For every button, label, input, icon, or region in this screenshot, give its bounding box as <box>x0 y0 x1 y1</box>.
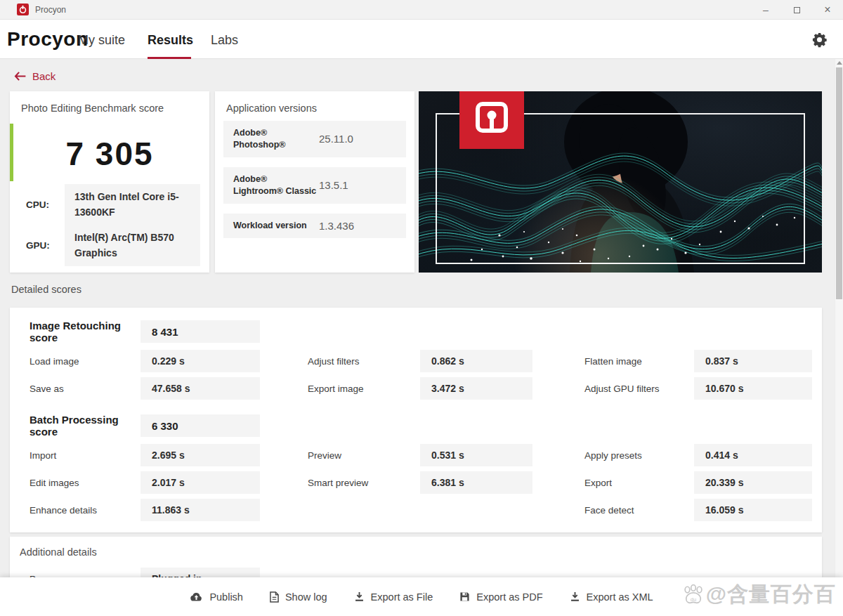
score-row-batch-processing: Batch Processing score 6 330 <box>20 414 813 438</box>
export-xml-button[interactable]: Export as XML <box>570 591 653 603</box>
detailed-scores-heading: Detailed scores <box>11 284 81 295</box>
subscore-value: 8 431 <box>140 320 260 343</box>
publish-button[interactable]: Publish <box>190 591 243 603</box>
metric-label: Enhance details <box>20 505 140 516</box>
metric-label: Load image <box>20 356 140 367</box>
metric-label: Adjust filters <box>298 356 420 367</box>
gpu-value: Intel(R) Arc(TM) B570 Graphics <box>65 225 200 266</box>
download-icon <box>354 591 365 602</box>
version-value: 13.5.1 <box>319 179 348 191</box>
export-pdf-label: Export as PDF <box>476 591 542 603</box>
version-value: 1.3.436 <box>319 220 354 232</box>
metric-value: 2.017 s <box>140 471 260 494</box>
metric-label: Preview <box>298 450 420 461</box>
metric-label: Apply presets <box>575 450 694 461</box>
metric-label: Smart preview <box>298 478 420 488</box>
scrollbar-thumb[interactable] <box>836 67 842 299</box>
metric-label: Export <box>575 478 694 488</box>
version-label: Adobe® Lightroom® Classic <box>233 173 319 197</box>
show-log-button[interactable]: Show log <box>270 591 327 603</box>
procyon-app-window: Procyon – × Procyon My suite Results Lab… <box>0 0 843 616</box>
brand-wordmark: Procyon <box>7 28 89 51</box>
metric-value: 0.229 s <box>140 350 260 372</box>
tab-labs[interactable]: Labs <box>211 33 238 48</box>
additional-details-heading: Additional details <box>20 546 813 558</box>
cpu-label: CPU: <box>10 199 65 210</box>
footer-action-bar: Publish Show log Export as File Export a… <box>0 577 843 616</box>
metric-value: 0.837 s <box>694 350 812 372</box>
metric-value: 6.381 s <box>420 471 532 494</box>
version-value: 25.11.0 <box>319 133 353 145</box>
subscore-label: Batch Processing score <box>20 414 140 438</box>
download-icon <box>570 591 580 602</box>
procyon-hero-logo-icon <box>459 91 524 149</box>
gpu-label: GPU: <box>10 240 65 251</box>
back-arrow-icon <box>14 72 26 81</box>
version-label: Adobe® Photoshop® <box>233 127 319 151</box>
score-row-image-retouching: Image Retouching score 8 431 <box>20 320 813 343</box>
metric-row: Edit images 2.017 s Smart preview 6.381 … <box>20 471 813 494</box>
tab-results[interactable]: Results <box>148 33 193 48</box>
detailed-scores-card: Image Retouching score 8 431 Load image … <box>10 308 822 532</box>
versions-card-title: Application versions <box>226 103 317 114</box>
metric-label: Save as <box>20 384 140 394</box>
metric-value: 3.472 s <box>420 377 532 400</box>
metric-row: Save as 47.658 s Export image 3.472 s Ad… <box>20 377 813 400</box>
metric-value: 0.414 s <box>694 444 812 466</box>
document-icon <box>270 591 279 603</box>
score-card-title: Photo Editing Benchmark score <box>21 103 164 114</box>
benchmark-score-value: 7 305 <box>10 135 209 173</box>
export-pdf-button[interactable]: Export as PDF <box>459 591 542 603</box>
version-row-workload: Workload version 1.3.436 <box>223 214 406 238</box>
metric-row: Import 2.695 s Preview 0.531 s Apply pre… <box>20 444 813 466</box>
publish-label: Publish <box>209 591 243 603</box>
metric-label: Flatten image <box>575 356 694 367</box>
metric-value: 20.339 s <box>694 471 812 494</box>
metric-row: Load image 0.229 s Adjust filters 0.862 … <box>20 350 813 372</box>
metric-label: Face detect <box>575 505 694 516</box>
metric-row: Enhance details 11.863 s Face detect 16.… <box>20 499 813 521</box>
window-title: Procyon <box>35 5 66 15</box>
export-file-label: Export as File <box>371 591 433 603</box>
metric-value: 11.863 s <box>140 499 260 521</box>
cpu-value: 13th Gen Intel Core i5-13600KF <box>65 184 200 225</box>
metric-value: 47.658 s <box>140 377 260 400</box>
cloud-upload-icon <box>190 591 203 602</box>
metric-value: 0.531 s <box>420 444 532 466</box>
title-bar: Procyon – × <box>0 0 843 20</box>
close-button[interactable]: × <box>812 0 843 20</box>
export-xml-label: Export as XML <box>587 591 653 603</box>
metric-value: 10.670 s <box>694 377 812 400</box>
maximize-icon <box>794 7 800 13</box>
metric-label: Export image <box>298 384 420 394</box>
export-file-button[interactable]: Export as File <box>354 591 433 603</box>
version-row-photoshop: Adobe® Photoshop® 25.11.0 <box>223 121 406 157</box>
scroll-up-arrow-icon[interactable] <box>837 61 842 65</box>
version-row-lightroom: Adobe® Lightroom® Classic 13.5.1 <box>223 167 406 204</box>
benchmark-hero-image <box>419 91 822 273</box>
minimize-button[interactable]: – <box>750 0 781 20</box>
metric-label: Import <box>20 450 140 461</box>
metric-value: 0.862 s <box>420 350 532 372</box>
maximize-button[interactable] <box>781 0 812 20</box>
gear-icon[interactable] <box>811 32 828 48</box>
metric-value: 2.695 s <box>140 444 260 466</box>
procyon-logo-icon <box>17 4 29 15</box>
tab-my-suite[interactable]: My suite <box>78 33 125 48</box>
subscore-value: 6 330 <box>140 414 260 437</box>
metric-value: 16.059 s <box>694 499 812 521</box>
active-tab-underline <box>148 57 191 59</box>
vertical-scrollbar[interactable] <box>835 59 843 577</box>
metric-value <box>420 499 532 521</box>
benchmark-score-card: Photo Editing Benchmark score 7 305 CPU:… <box>10 91 209 273</box>
back-label: Back <box>32 70 55 82</box>
subscore-label: Image Retouching score <box>20 320 140 343</box>
back-button[interactable]: Back <box>14 67 55 84</box>
nav-bar: Procyon My suite Results Labs <box>0 20 843 59</box>
save-icon <box>459 591 470 602</box>
metric-label: Edit images <box>20 478 140 488</box>
metric-label: Adjust GPU filters <box>575 384 694 394</box>
show-log-label: Show log <box>285 591 327 603</box>
version-label: Workload version <box>233 220 319 232</box>
application-versions-card: Application versions Adobe® Photoshop® 2… <box>215 91 414 273</box>
